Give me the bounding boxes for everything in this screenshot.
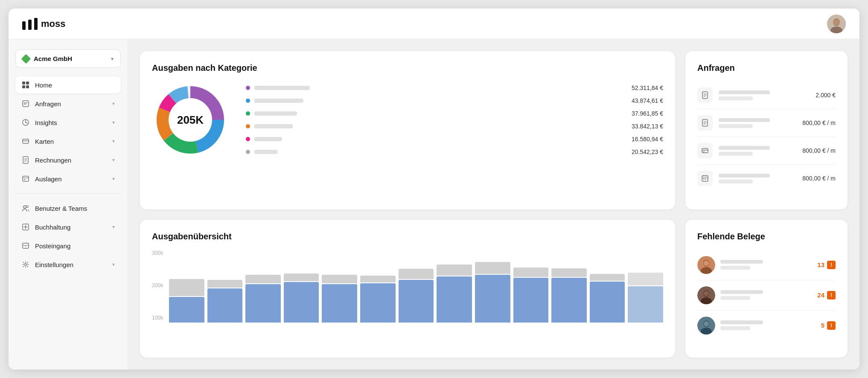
auslagen-icon: [21, 174, 30, 183]
belege-count-2: 24: [817, 291, 824, 299]
anfragen-value-4: 800,00 € / m: [802, 175, 836, 182]
svg-point-43: [704, 291, 709, 296]
svg-rect-2: [34, 18, 38, 30]
bar-gray-7: [399, 269, 434, 279]
belege-bar-long-3: [720, 320, 763, 324]
belege-count-3: 5: [821, 322, 824, 329]
belege-bar-short-3: [720, 326, 750, 330]
belege-bar-long-2: [720, 290, 763, 294]
anfragen-item-3[interactable]: 800,00 € / m: [697, 137, 836, 165]
svg-rect-16: [24, 179, 25, 180]
bar-group-2: [207, 250, 243, 323]
kategorie-title: Ausgaben nach Kategorie: [152, 63, 663, 73]
bar-group-1: [169, 250, 204, 323]
anfragen-icon: [21, 99, 30, 108]
belege-card: Fehlende Belege: [685, 220, 848, 358]
belege-item-1[interactable]: 13 !: [697, 250, 836, 280]
sidebar-item-insights[interactable]: Insights ▾: [15, 114, 121, 131]
company-selector[interactable]: Acme GmbH ▾: [15, 49, 121, 68]
legend-bar-1: [254, 86, 310, 90]
bar-group-3: [245, 250, 281, 323]
bar-blue-2: [207, 288, 243, 323]
svg-rect-9: [22, 85, 25, 88]
bar-blue-13: [628, 286, 663, 323]
bar-group-8: [437, 250, 472, 323]
bar-group-11: [551, 250, 587, 323]
legend-dot-6: [246, 150, 250, 154]
legend-value-6: 20.542,23 €: [632, 148, 663, 155]
bar-gray-11: [551, 268, 587, 277]
anfragen-item-4[interactable]: 800,00 € / m: [697, 165, 836, 192]
sidebar-item-anfragen[interactable]: Anfragen ▾: [15, 95, 121, 112]
buchhaltung-chevron-icon: ▾: [112, 224, 115, 230]
bar-chart: [169, 250, 663, 323]
belege-warning-2: !: [827, 291, 836, 299]
sidebar-label-buchhaltung: Buchhaltung: [35, 224, 70, 231]
belege-count-1: 13: [817, 261, 824, 268]
user-avatar[interactable]: [827, 15, 846, 33]
anfragen-item-1[interactable]: 2.000 €: [697, 81, 836, 109]
svg-rect-11: [23, 101, 29, 107]
belege-bar-long-1: [720, 260, 763, 264]
kategorie-card: Ausgaben nach Kategorie: [140, 51, 675, 209]
karten-chevron-icon: ▾: [112, 138, 115, 144]
anfragen-value-2: 800,00 € / m: [802, 119, 836, 126]
svg-rect-32: [703, 151, 705, 152]
legend-item-1: 52.311,84 €: [246, 84, 663, 91]
legend-bar-6: [254, 150, 278, 154]
belege-item-3[interactable]: 5 !: [697, 311, 836, 340]
sidebar-label-auslagen: Auslagen: [35, 175, 62, 183]
belege-item-2[interactable]: 24 !: [697, 280, 836, 311]
bar-blue-7: [399, 280, 434, 323]
belege-list: 13 !: [697, 250, 836, 340]
svg-rect-34: [703, 179, 704, 180]
bar-gray-9: [475, 262, 510, 274]
sidebar-item-karten[interactable]: Karten ▾: [15, 133, 121, 150]
anfragen-card-icon: [697, 143, 713, 158]
anfragen-item-2[interactable]: 800,00 € / m: [697, 109, 836, 137]
rechnungen-icon: [21, 156, 30, 164]
auslagen-chevron-icon: ▾: [112, 176, 115, 182]
svg-rect-0: [22, 21, 26, 30]
uebersicht-card: Ausgabenübersicht 300k 200k 100k: [140, 220, 675, 358]
anfragen-value-3: 800,00 € / m: [802, 147, 836, 154]
legend-value-5: 16.580,94 €: [632, 136, 663, 142]
kategorie-content: 205K 52.311,84 €: [152, 81, 663, 158]
bar-blue-9: [475, 275, 510, 323]
anfragen-bar-long-4: [719, 174, 770, 177]
anfragen-card: Anfragen: [685, 51, 848, 209]
benutzer-icon: [21, 204, 30, 212]
legend-item-2: 43.874,61 €: [246, 97, 663, 104]
sidebar-item-auslagen[interactable]: Auslagen ▾: [15, 170, 121, 187]
buchhaltung-icon: [21, 223, 30, 231]
bar-blue-5: [322, 284, 357, 323]
home-icon: [21, 81, 30, 89]
insights-chevron-icon: ▾: [112, 119, 115, 125]
sidebar-item-home[interactable]: Home: [15, 76, 121, 93]
anfragen-bar-short-3: [719, 152, 753, 156]
sidebar-item-buchhaltung[interactable]: Buchhaltung ▾: [15, 218, 121, 236]
bar-blue-6: [360, 283, 396, 323]
sidebar-item-rechnungen[interactable]: Rechnungen ▾: [15, 151, 121, 169]
bar-gray-13: [628, 273, 663, 285]
belege-title: Fehlende Belege: [697, 232, 836, 241]
legend-value-1: 52.311,84 €: [632, 84, 663, 91]
svg-rect-10: [26, 85, 29, 88]
sidebar-item-benutzer[interactable]: Benutzer & Teams: [15, 200, 121, 217]
anfragen-bar-long-1: [719, 90, 770, 94]
bar-blue-12: [590, 282, 625, 323]
svg-point-18: [26, 206, 29, 208]
sidebar-item-einstellungen[interactable]: Einstellungen ▾: [15, 256, 121, 273]
bar-gray-6: [360, 276, 396, 282]
bar-group-9: [475, 250, 510, 323]
anfragen-bar-short-2: [719, 124, 753, 128]
logo-icon: [22, 18, 38, 30]
bar-blue-11: [551, 278, 587, 323]
anfragen-title: Anfragen: [697, 63, 836, 73]
sidebar-label-posteingang: Posteingang: [35, 242, 70, 250]
belege-bar-short-2: [720, 296, 750, 300]
bar-blue-3: [245, 284, 281, 323]
belege-avatar-3: [697, 317, 715, 334]
sidebar-item-posteingang[interactable]: Posteingang: [15, 237, 121, 254]
legend-item-6: 20.542,23 €: [246, 148, 663, 155]
